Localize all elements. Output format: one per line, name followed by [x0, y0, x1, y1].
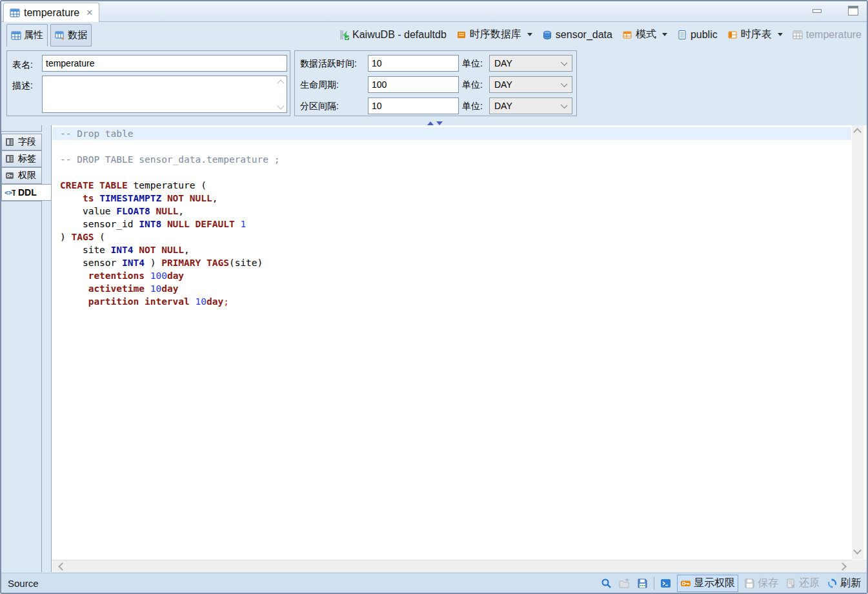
breadcrumb-schema-type-label: 模式	[636, 28, 656, 41]
refresh-icon	[827, 578, 838, 589]
sidebar-item-权限[interactable]: 权限	[1, 167, 42, 184]
code-line	[52, 166, 851, 179]
table-name-input[interactable]: temperature	[42, 55, 287, 72]
unit-select[interactable]: DAY	[489, 76, 572, 93]
schema-doc-icon	[677, 30, 687, 40]
source-tab[interactable]: Source	[8, 578, 39, 589]
breadcrumb-schema-type[interactable]: 模式	[622, 28, 667, 41]
breadcrumb-db-type-label: 时序数据库	[470, 28, 521, 41]
code-line: ts TIMESTAMPTZ NOT NULL,	[52, 192, 851, 205]
chevron-down-icon	[561, 59, 567, 66]
floppy-save-icon	[637, 578, 648, 589]
breadcrumb-connection-label: KaiwuDB - defaultdb	[352, 29, 447, 41]
breadcrumb-database[interactable]: sensor_data	[542, 29, 612, 41]
editor-tab-bar: temperature ✕	[1, 1, 867, 22]
statusbar-button-label: 刷新	[840, 577, 861, 590]
sidebar-item-label: 权限	[18, 170, 36, 181]
revert-icon	[785, 578, 796, 589]
chevron-down-icon[interactable]	[527, 33, 532, 36]
breadcrumb-schema[interactable]: public	[677, 29, 718, 41]
description-label: 描述:	[12, 80, 33, 92]
tab-properties-label: 属性	[24, 29, 43, 41]
scroll-right-icon[interactable]	[840, 564, 846, 569]
sidebar-item-DDL[interactable]: <>T DDL	[1, 184, 52, 201]
statusbar-button-console[interactable]	[659, 577, 672, 590]
editor-tab-label: temperature	[24, 7, 79, 19]
sidebar-item-字段[interactable]: 字段	[1, 134, 42, 150]
form-row-label: 生命周期:	[300, 79, 339, 91]
scroll-up-icon[interactable]	[278, 79, 284, 85]
code-line: sensor_id INT8 NULL DEFAULT 1	[52, 218, 851, 230]
breadcrumb-database-label: sensor_data	[556, 29, 612, 41]
code-line: activetime 10day	[52, 282, 851, 295]
horizontal-scrollbar[interactable]	[52, 560, 851, 572]
properties-table-icon	[11, 30, 21, 41]
sql-editor[interactable]: -- Drop table-- DROP TABLE sensor_data.t…	[52, 125, 851, 559]
code-line: ) TAGS (	[52, 230, 851, 243]
sidebar: 字段 标签 权限 <>T DDL	[1, 125, 52, 572]
statusbar-button-persist[interactable]	[636, 577, 649, 590]
chevron-down-icon[interactable]	[662, 33, 667, 36]
table-gray-icon	[792, 30, 803, 40]
unit-label: 单位:	[462, 79, 483, 91]
code-line: site INT4 NOT NULL,	[52, 243, 851, 256]
table-name-label: 表名:	[12, 59, 33, 71]
chevron-down-icon[interactable]	[778, 33, 783, 36]
form-row-label: 数据活跃时间:	[300, 58, 357, 70]
statusbar-button-label: 还原	[799, 577, 820, 590]
chevron-down-icon	[561, 102, 567, 108]
search-icon	[601, 578, 612, 589]
sidebar-item-label: 字段	[18, 136, 36, 148]
form-row-input[interactable]: 10	[368, 97, 459, 114]
terminal-icon	[660, 578, 671, 589]
database-icon	[542, 30, 552, 40]
statusbar-button-search[interactable]	[600, 577, 613, 590]
form-row-input[interactable]: 100	[368, 76, 459, 93]
data-grid-icon	[55, 30, 65, 41]
chevron-down-icon	[561, 81, 567, 87]
scroll-up-icon[interactable]	[854, 129, 860, 135]
tab-data[interactable]: 数据	[50, 24, 92, 46]
floppy-icon	[744, 578, 755, 589]
scroll-down-icon[interactable]	[278, 103, 284, 110]
unit-label: 单位:	[462, 101, 483, 112]
table-icon	[10, 8, 20, 18]
code-line: -- DROP TABLE sensor_data.temperature ;	[52, 153, 851, 166]
maximize-icon[interactable]	[848, 6, 858, 15]
breadcrumb-schema-label: public	[691, 29, 718, 41]
statusbar-button-open-folder[interactable]	[618, 577, 631, 590]
description-textarea[interactable]	[42, 76, 287, 113]
unit-select[interactable]: DAY	[489, 97, 572, 114]
main-area: 字段 标签 权限 <>T DDL -- Drop table-- DROP TA…	[1, 125, 867, 572]
statusbar-button-save[interactable]: 保存	[743, 575, 780, 591]
code-line: sensor INT4 ) PRIMARY TAGS(site)	[52, 256, 851, 269]
statusbar-button-refresh[interactable]: 刷新	[825, 575, 862, 591]
unit-label: 单位:	[462, 58, 483, 70]
folder-add-icon	[619, 578, 630, 589]
breadcrumb-table-type-label: 时序表	[741, 28, 772, 41]
table-info-group: 表名: temperature 描述:	[6, 50, 290, 116]
schema-icon	[622, 30, 632, 40]
tab-properties[interactable]: 属性	[6, 24, 48, 46]
breadcrumb-db-type[interactable]: 时序数据库	[456, 28, 532, 41]
ddl-icon: <>T	[5, 187, 15, 198]
statusbar-button-label: 保存	[758, 577, 778, 590]
code-line: retentions 100day	[52, 269, 851, 282]
form-row-input[interactable]: 10	[368, 55, 459, 72]
scroll-down-icon[interactable]	[854, 549, 860, 555]
close-tab-icon[interactable]: ✕	[86, 8, 93, 17]
code-line	[52, 140, 851, 153]
editor-tab-temperature[interactable]: temperature ✕	[3, 3, 99, 22]
ts-database-icon	[456, 30, 467, 40]
unit-select[interactable]: DAY	[489, 55, 572, 72]
scroll-left-icon[interactable]	[57, 564, 63, 569]
statusbar-button-label: 显示权限	[694, 577, 735, 590]
statusbar-button-show-perms[interactable]: 显示权限	[677, 575, 738, 592]
statusbar-button-revert[interactable]: 还原	[784, 575, 821, 591]
vertical-scrollbar[interactable]	[852, 125, 863, 559]
minimize-icon[interactable]	[812, 9, 822, 13]
sidebar-item-标签[interactable]: 标签	[1, 150, 42, 167]
ts-table-icon	[727, 30, 738, 40]
breadcrumb-connection[interactable]: KaiwuDB - defaultdb	[339, 29, 447, 41]
breadcrumb-table-type[interactable]: 时序表	[727, 28, 783, 41]
